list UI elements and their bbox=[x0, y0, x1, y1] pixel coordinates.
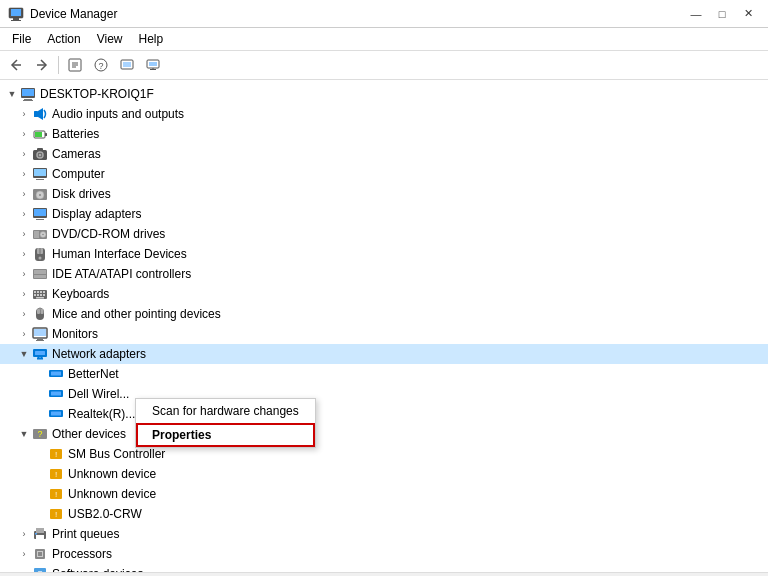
tree-item-dellwirel[interactable]: Dell Wirel... bbox=[0, 384, 768, 404]
svg-rect-30 bbox=[37, 148, 43, 151]
title-bar: Device Manager — □ ✕ bbox=[0, 0, 768, 28]
menu-action[interactable]: Action bbox=[39, 30, 88, 48]
svg-rect-53 bbox=[37, 291, 39, 293]
svg-rect-32 bbox=[34, 169, 46, 176]
tree-item-monitors[interactable]: › Monitors bbox=[0, 324, 768, 344]
smbus-icon: ! bbox=[48, 446, 64, 462]
tree-item-cameras[interactable]: › Cameras bbox=[0, 144, 768, 164]
tree-item-dvd[interactable]: › DVD/CD-ROM drives bbox=[0, 224, 768, 244]
svg-rect-2 bbox=[13, 18, 19, 20]
menu-help[interactable]: Help bbox=[131, 30, 172, 48]
scan-button[interactable] bbox=[115, 54, 139, 76]
tree-item-processors[interactable]: › Processors bbox=[0, 544, 768, 564]
tree-item-usb2crw[interactable]: ! USB2.0-CRW bbox=[0, 504, 768, 524]
device-manager-button[interactable] bbox=[141, 54, 165, 76]
help-button[interactable]: ? bbox=[89, 54, 113, 76]
smbus-label: SM Bus Controller bbox=[68, 447, 165, 461]
menu-view[interactable]: View bbox=[89, 30, 131, 48]
tree-item-smbus[interactable]: ! SM Bus Controller bbox=[0, 444, 768, 464]
tree-item-betternet[interactable]: BetterNet bbox=[0, 364, 768, 384]
computer-icon bbox=[20, 86, 36, 102]
keyboards-icon bbox=[32, 286, 48, 302]
svg-rect-91 bbox=[36, 528, 44, 533]
tree-item-display[interactable]: › Display adapters bbox=[0, 204, 768, 224]
status-bar bbox=[0, 572, 768, 576]
minimize-button[interactable]: — bbox=[684, 5, 708, 23]
computer-expand-icon: › bbox=[16, 166, 32, 182]
disk-icon bbox=[32, 186, 48, 202]
keyboards-label: Keyboards bbox=[52, 287, 109, 301]
toolbar: ? bbox=[0, 51, 768, 80]
processors-icon bbox=[32, 546, 48, 562]
svg-text:?: ? bbox=[37, 429, 42, 439]
unknown2-icon: ! bbox=[48, 486, 64, 502]
batteries-icon bbox=[32, 126, 48, 142]
tree-item-unknown2[interactable]: ! Unknown device bbox=[0, 484, 768, 504]
hid-icon bbox=[32, 246, 48, 262]
svg-rect-52 bbox=[34, 291, 36, 293]
print-label: Print queues bbox=[52, 527, 119, 541]
usb2crw-icon: ! bbox=[48, 506, 64, 522]
tree-item-ide[interactable]: › IDE ATA/ATAPI controllers bbox=[0, 264, 768, 284]
tree-item-audio[interactable]: › Audio inputs and outputs bbox=[0, 104, 768, 124]
tree-item-hid[interactable]: › Human Interface Devices bbox=[0, 244, 768, 264]
monitors-expand-icon: › bbox=[16, 326, 32, 342]
tree-item-mice[interactable]: › Mice and other pointing devices bbox=[0, 304, 768, 324]
svg-rect-33 bbox=[36, 179, 44, 180]
unknown1-expand-icon bbox=[32, 466, 48, 482]
tree-item-unknown1[interactable]: ! Unknown device bbox=[0, 464, 768, 484]
svg-text:!: ! bbox=[55, 490, 57, 499]
dellwirel-label: Dell Wirel... bbox=[68, 387, 129, 401]
tree-item-network[interactable]: ▼ Network adapters bbox=[0, 344, 768, 364]
svg-rect-19 bbox=[22, 89, 34, 96]
audio-icon bbox=[32, 106, 48, 122]
svg-rect-3 bbox=[11, 20, 21, 21]
menu-file[interactable]: File bbox=[4, 30, 39, 48]
software-icon: S bbox=[32, 566, 48, 572]
svg-rect-49 bbox=[34, 270, 46, 274]
svg-rect-39 bbox=[36, 219, 44, 220]
svg-rect-26 bbox=[45, 133, 47, 136]
svg-rect-55 bbox=[43, 291, 45, 293]
maximize-button[interactable]: □ bbox=[710, 5, 734, 23]
svg-point-47 bbox=[39, 257, 42, 260]
audio-expand-icon: › bbox=[16, 106, 32, 122]
other-expand-icon: ▼ bbox=[16, 426, 32, 442]
tree-item-other[interactable]: ▼ ? Other devices bbox=[0, 424, 768, 444]
tree-item-batteries[interactable]: › Batteries bbox=[0, 124, 768, 144]
svg-rect-59 bbox=[43, 294, 45, 296]
tree-item-software[interactable]: › S Software devices bbox=[0, 564, 768, 572]
tree-item-keyboards[interactable]: › Keyboards bbox=[0, 284, 768, 304]
svg-rect-20 bbox=[24, 99, 32, 100]
tree-item-print[interactable]: › Print queues bbox=[0, 524, 768, 544]
svg-rect-50 bbox=[34, 275, 46, 278]
back-button[interactable] bbox=[4, 54, 28, 76]
svg-rect-77 bbox=[51, 392, 61, 396]
context-menu-properties[interactable]: Properties bbox=[136, 423, 315, 447]
usb2crw-label: USB2.0-CRW bbox=[68, 507, 142, 521]
tree-item-computer[interactable]: › Computer bbox=[0, 164, 768, 184]
svg-rect-41 bbox=[34, 231, 39, 238]
monitors-label: Monitors bbox=[52, 327, 98, 341]
tree-item-disk[interactable]: › Disk drives bbox=[0, 184, 768, 204]
realtek-icon bbox=[48, 406, 64, 422]
svg-rect-56 bbox=[34, 294, 36, 296]
svg-rect-57 bbox=[37, 294, 39, 296]
context-menu-scan[interactable]: Scan for hardware changes bbox=[136, 399, 315, 423]
tree-root[interactable]: ▼ DESKTOP-KROIQ1F bbox=[0, 84, 768, 104]
properties-button[interactable] bbox=[63, 54, 87, 76]
display-expand-icon: › bbox=[16, 206, 32, 222]
forward-button[interactable] bbox=[30, 54, 54, 76]
monitors-icon bbox=[32, 326, 48, 342]
usb2crw-expand-icon bbox=[32, 506, 48, 522]
device-tree[interactable]: ▼ DESKTOP-KROIQ1F › Audio inputs and out… bbox=[0, 80, 768, 572]
unknown1-label: Unknown device bbox=[68, 467, 156, 481]
close-button[interactable]: ✕ bbox=[736, 5, 760, 23]
tree-item-realtek[interactable]: Realtek(R)... bbox=[0, 404, 768, 424]
svg-rect-38 bbox=[34, 209, 46, 216]
dvd-icon bbox=[32, 226, 48, 242]
svg-rect-93 bbox=[35, 533, 37, 535]
keyboards-expand-icon: › bbox=[16, 286, 32, 302]
svg-rect-63 bbox=[41, 309, 44, 314]
computer-label: Computer bbox=[52, 167, 105, 181]
